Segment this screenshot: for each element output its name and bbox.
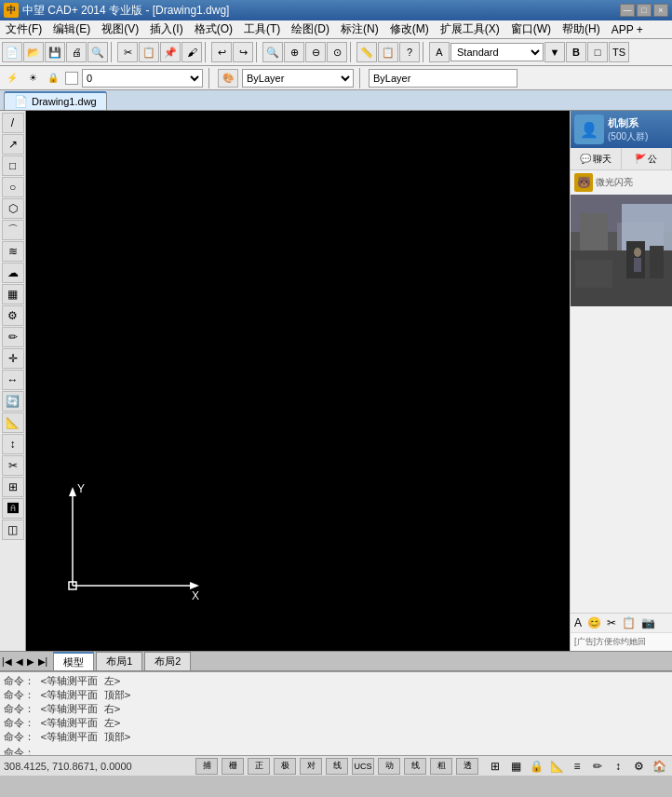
status-icon-4[interactable]: 📐 [547, 758, 566, 775]
lt-hatch[interactable]: ▦ [2, 284, 24, 304]
menu-modify[interactable]: 修改(M) [384, 20, 435, 39]
tab-arrow-first[interactable]: |◀ [0, 656, 14, 667]
tb-list[interactable]: 📋 [378, 42, 398, 62]
tb-textsize[interactable]: ▼ [544, 42, 565, 62]
polar-button[interactable]: 极 [274, 758, 296, 775]
bylayer-color-select[interactable]: ByLayer [242, 69, 354, 88]
tb-preview[interactable]: 🔍 [87, 42, 108, 62]
minimize-button[interactable]: — [620, 4, 635, 17]
tb-zoom-box[interactable]: □ [587, 42, 608, 62]
lw-button[interactable]: 线 [404, 758, 426, 775]
tb-zoom-prev[interactable]: ⊖ [305, 42, 326, 62]
chat-public-button[interactable]: 🚩 公 [622, 148, 673, 169]
tb-paste[interactable]: 📌 [160, 42, 181, 62]
status-icon-7[interactable]: ↕ [609, 758, 627, 775]
status-icon-8[interactable]: ⚙ [629, 758, 648, 775]
menu-edit[interactable]: 编辑(E) [47, 20, 96, 39]
tab-arrow-prev[interactable]: ◀ [14, 656, 25, 667]
lt-rect[interactable]: □ [2, 155, 24, 176]
ci-emoji-btn[interactable]: 😊 [585, 615, 603, 630]
osnap-button[interactable]: 对 [300, 758, 322, 775]
drawing-tab-1[interactable]: 📄 Drawing1.dwg [4, 91, 107, 110]
lt-extend[interactable]: ⊞ [2, 477, 24, 497]
lt-text[interactable]: 🅰 [2, 498, 24, 519]
lt-edit[interactable]: ✏ [2, 327, 24, 347]
menu-help[interactable]: 帮助(H) [557, 20, 606, 39]
menu-dimension[interactable]: 标注(N) [335, 20, 384, 39]
tb-bold[interactable]: B [566, 42, 586, 62]
menu-app[interactable]: APP + [606, 21, 649, 38]
tb-print[interactable]: 🖨 [66, 42, 87, 62]
style-select[interactable]: Standard [450, 43, 544, 61]
status-icon-9[interactable]: 🏠 [650, 758, 668, 775]
layer-lock[interactable]: 🔒 [45, 70, 61, 87]
status-icon-5[interactable]: ≡ [568, 758, 586, 775]
dyn-button[interactable]: 动 [378, 758, 400, 775]
status-icon-3[interactable]: 🔒 [527, 758, 545, 775]
lt-ray[interactable]: ↗ [2, 134, 24, 155]
lt-trim[interactable]: ✂ [2, 455, 24, 476]
lt-cloud[interactable]: ☁ [2, 263, 24, 283]
lt-rotate[interactable]: 🔄 [2, 391, 24, 412]
chat-chat-button[interactable]: 💬 聊天 [571, 148, 622, 169]
menu-draw[interactable]: 绘图(D) [286, 20, 335, 39]
lt-mirror[interactable]: ↔ [2, 370, 24, 390]
lt-scale[interactable]: 📐 [2, 412, 24, 433]
ci-text-btn[interactable]: A [572, 615, 584, 630]
lt-dim[interactable]: ◫ [2, 520, 24, 540]
layer-select[interactable]: 0 [82, 69, 203, 88]
status-icon-2[interactable]: ▦ [506, 758, 525, 775]
menu-view[interactable]: 视图(V) [96, 20, 144, 39]
tb-help[interactable]: ? [399, 42, 420, 62]
status-icon-6[interactable]: ✏ [588, 758, 607, 775]
lt-spline[interactable]: ≋ [2, 241, 24, 262]
lt-line[interactable]: / [2, 113, 24, 133]
tb-copy[interactable]: 📋 [139, 42, 159, 62]
thick-button[interactable]: 粗 [430, 758, 452, 775]
lt-circle[interactable]: ○ [2, 177, 24, 197]
lt-polygon[interactable]: ⬡ [2, 198, 24, 219]
tab-arrow-next[interactable]: ▶ [25, 656, 36, 667]
tb-zoom-pan[interactable]: 🔍 [262, 42, 283, 62]
menu-format[interactable]: 格式(O) [189, 20, 238, 39]
tb-new[interactable]: 📄 [2, 42, 22, 62]
lt-move[interactable]: ✛ [2, 348, 24, 369]
tb-redo[interactable]: ↪ [233, 42, 253, 62]
tb-undo[interactable]: ↩ [211, 42, 232, 62]
ci-camera-btn[interactable]: 📷 [639, 615, 657, 630]
canvas-area[interactable]: Y X [26, 111, 570, 651]
menu-extend-tools[interactable]: 扩展工具(X) [435, 20, 505, 39]
menu-insert[interactable]: 插入(I) [144, 20, 188, 39]
status-icon-1[interactable]: ⊞ [486, 758, 504, 775]
grid-button[interactable]: 栅 [222, 758, 244, 775]
tb-open[interactable]: 📂 [23, 42, 44, 62]
tb-text[interactable]: A [429, 42, 450, 62]
tb-cut[interactable]: ✂ [117, 42, 138, 62]
ortho-button[interactable]: 正 [248, 758, 270, 775]
cmd-input[interactable] [34, 748, 668, 756]
close-button[interactable]: × [653, 4, 668, 17]
tab-arrow-last[interactable]: ▶| [36, 656, 50, 667]
menu-tools[interactable]: 工具(T) [238, 20, 286, 39]
lt-block[interactable]: ⚙ [2, 305, 24, 326]
lineweight-button[interactable]: 线 [326, 758, 348, 775]
tab-layout1[interactable]: 布局1 [96, 652, 142, 670]
menu-file[interactable]: 文件(F) [0, 20, 47, 39]
menu-window[interactable]: 窗口(W) [505, 20, 557, 39]
lt-pline[interactable]: ⌒ [2, 220, 24, 240]
ucs-button[interactable]: UCS [352, 758, 374, 775]
tb-dist[interactable]: 📏 [356, 42, 377, 62]
tb-zoom-all[interactable]: ⊙ [327, 42, 347, 62]
tb-ts[interactable]: TS [609, 42, 629, 62]
layer-sun[interactable]: ☀ [24, 70, 41, 87]
tb-save[interactable]: 💾 [45, 42, 65, 62]
trans-button[interactable]: 透 [456, 758, 478, 775]
ci-paste-btn[interactable]: 📋 [620, 615, 638, 630]
ci-cut-btn[interactable]: ✂ [605, 615, 618, 630]
bylayer-color-icon[interactable]: 🎨 [218, 69, 238, 88]
lt-stretch[interactable]: ↕ [2, 434, 24, 454]
maximize-button[interactable]: □ [637, 4, 652, 17]
tab-model[interactable]: 模型 [53, 652, 94, 670]
tb-zoom-window[interactable]: ⊕ [284, 42, 304, 62]
tb-match[interactable]: 🖌 [181, 42, 202, 62]
